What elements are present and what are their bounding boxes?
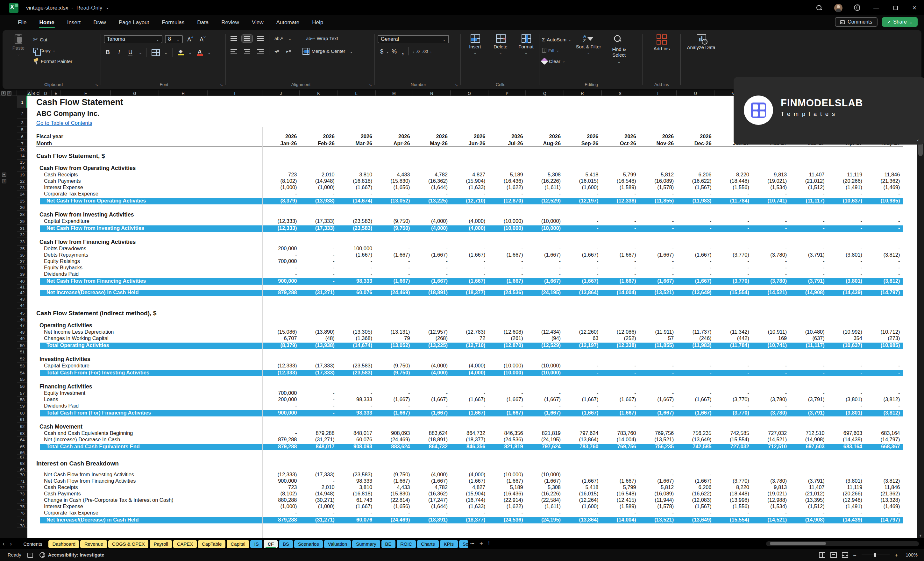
cell-Z39[interactable]: - <box>866 271 903 278</box>
cell-L37[interactable]: - <box>338 258 375 265</box>
cell-N75[interactable]: (1,644) <box>413 504 451 510</box>
column-header-A[interactable]: A <box>27 90 32 96</box>
zoom-slider-thumb[interactable] <box>874 553 876 557</box>
cell-Y25[interactable]: (10,637) <box>828 197 866 204</box>
format-cells-button[interactable]: Format ⌄ <box>514 32 537 76</box>
cell-T31[interactable]: - <box>639 225 677 232</box>
cell-U36[interactable]: (1,667) <box>677 252 714 258</box>
cell-T7[interactable]: Nov-26 <box>639 140 677 147</box>
maximize-button[interactable] <box>886 0 905 15</box>
alignment-dialog-launcher-icon[interactable]: ↘ <box>369 82 372 87</box>
normal-view-icon[interactable] <box>819 552 825 558</box>
cell-M77[interactable]: (24,469) <box>375 516 413 524</box>
cell-R65[interactable]: 783,760 <box>564 443 602 450</box>
orientation-button[interactable]: ab↗ <box>273 35 285 42</box>
cell-O40[interactable]: (1,667) <box>451 278 488 285</box>
row-header-36[interactable]: 36 <box>17 252 27 258</box>
menu-page-layout[interactable]: Page Layout <box>112 16 155 28</box>
row-header-51[interactable]: 51 <box>17 349 27 356</box>
cell-L19[interactable]: 3,810 <box>338 172 375 178</box>
sheet-tab-roic[interactable]: ROIC <box>396 540 416 548</box>
row-header-53[interactable]: 53 <box>17 363 27 369</box>
cell-J29[interactable]: (12,333) <box>262 218 300 225</box>
cell-X70[interactable]: - <box>790 472 828 478</box>
cell-Z53[interactable]: - <box>866 363 903 369</box>
row-header-40[interactable]: 40 <box>17 278 27 285</box>
cell-X23[interactable]: (1,512) <box>790 184 828 191</box>
cell-U57[interactable]: - <box>677 390 714 397</box>
cell-L58[interactable]: 98,333 <box>338 397 375 403</box>
cell-O50[interactable]: (12,710) <box>451 342 488 349</box>
cell-M25[interactable]: (13,052) <box>375 197 413 204</box>
minimize-button[interactable]: — <box>867 0 886 15</box>
cell-U23[interactable]: (1,567) <box>677 184 714 191</box>
cell-W48[interactable]: (10,911) <box>752 329 790 336</box>
cell-X60[interactable]: (3,791) <box>790 410 828 417</box>
row-header-35[interactable]: 35 <box>17 246 27 252</box>
row-header-5[interactable]: 5 <box>17 127 27 133</box>
cell-P48[interactable]: (12,608) <box>488 329 526 336</box>
cell-T35[interactable]: - <box>639 246 677 252</box>
cell-M54[interactable]: (9,750) <box>375 369 413 376</box>
cell-V60[interactable]: (3,770) <box>715 410 752 417</box>
cell-W72[interactable]: 9,813 <box>752 484 790 491</box>
cell-T57[interactable]: - <box>639 390 677 397</box>
cell-X53[interactable]: - <box>790 363 828 369</box>
cell-L42[interactable]: 60,076 <box>338 289 375 296</box>
cell-T75[interactable]: (1,578) <box>639 504 677 510</box>
cell-M70[interactable]: (9,750) <box>375 472 413 478</box>
cell-Q37[interactable]: - <box>526 258 564 265</box>
cell-L76[interactable]: - <box>338 510 375 516</box>
cell-X59[interactable]: - <box>790 403 828 410</box>
cell-Q31[interactable]: (10,000) <box>526 225 564 232</box>
cell-U64[interactable]: (13,649) <box>677 437 714 443</box>
cell-Q65[interactable]: 797,624 <box>526 443 564 450</box>
cell-R35[interactable]: - <box>564 246 602 252</box>
cell-O7[interactable]: Jun-26 <box>451 140 488 147</box>
cell-R24[interactable]: - <box>564 191 602 197</box>
cell-J31[interactable]: (12,333) <box>262 225 300 232</box>
cell-W23[interactable]: (1,534) <box>752 184 790 191</box>
cell-W65[interactable]: 712,510 <box>752 443 790 450</box>
cell-L48[interactable]: (13,305) <box>338 329 375 336</box>
cell-Y73[interactable]: (20,266) <box>828 491 866 497</box>
cell-P63[interactable]: 846,356 <box>488 430 526 437</box>
column-header-L[interactable]: L <box>338 90 375 96</box>
cell-R42[interactable]: (13,864) <box>564 289 602 296</box>
cell-Q71[interactable]: (1,667) <box>526 478 564 484</box>
cell-J37[interactable]: 700,000 <box>262 258 300 265</box>
cell-K50[interactable]: (13,938) <box>300 342 338 349</box>
cell-S42[interactable]: (14,004) <box>602 289 639 296</box>
cell-U58[interactable]: (1,667) <box>677 397 714 403</box>
row-header-68[interactable]: 68 <box>17 459 27 467</box>
cell-N31[interactable]: (4,000) <box>413 225 451 232</box>
cell-L31[interactable]: (23,583) <box>338 225 375 232</box>
row-header-52[interactable]: 52 <box>17 356 27 363</box>
cell-M60[interactable]: (1,667) <box>375 410 413 417</box>
cell-V54[interactable]: - <box>715 369 752 376</box>
cell-K54[interactable]: (17,333) <box>300 369 338 376</box>
cell-T40[interactable]: (1,667) <box>639 278 677 285</box>
add-sheet-button[interactable]: + <box>477 540 486 547</box>
cell-M24[interactable]: - <box>375 191 413 197</box>
cell-W76[interactable]: - <box>752 510 790 516</box>
align-right-button[interactable] <box>255 48 266 55</box>
row-header-69[interactable]: 69 <box>17 467 27 472</box>
column-header-F[interactable]: F <box>61 90 111 96</box>
format-painter-button[interactable]: Format Painter <box>33 57 72 66</box>
cell-Z48[interactable]: (10,712) <box>866 329 903 336</box>
cell-Q59[interactable]: - <box>526 403 564 410</box>
cell-Q36[interactable]: (1,667) <box>526 252 564 258</box>
insert-cells-button[interactable]: Insert ⌄ <box>464 32 486 76</box>
cell-L24[interactable]: - <box>338 191 375 197</box>
cell-Y53[interactable]: - <box>828 363 866 369</box>
row-header-62[interactable]: 62 <box>17 423 27 430</box>
column-header-D[interactable]: D <box>40 90 52 96</box>
cell-S71[interactable]: (1,667) <box>602 478 639 484</box>
tabs-overflow-button[interactable]: ••• <box>468 542 477 545</box>
cell-R39[interactable]: - <box>564 271 602 278</box>
sheet-tab-scenarios[interactable]: Scenarios <box>294 540 323 548</box>
align-center-button[interactable] <box>242 48 252 55</box>
cell-K7[interactable]: Feb-26 <box>300 140 338 147</box>
cell-R7[interactable]: Sep-26 <box>564 140 602 147</box>
